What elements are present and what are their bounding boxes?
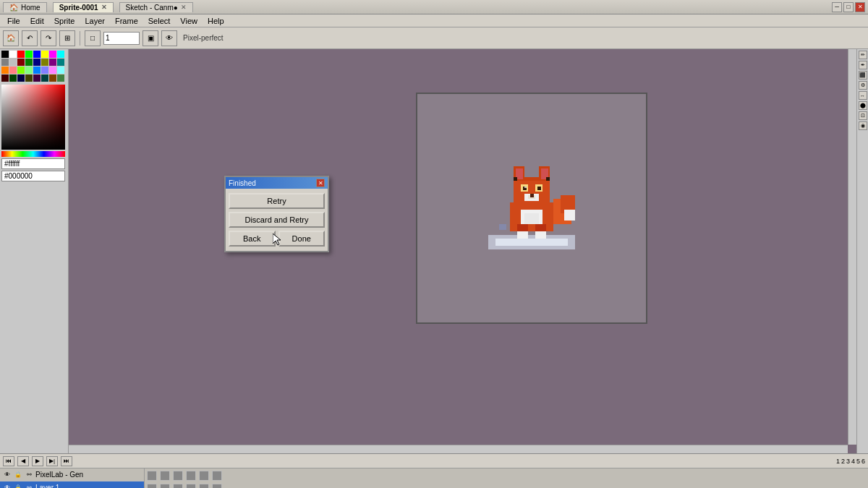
tab-sketch-close[interactable]: ✕	[181, 4, 187, 11]
frame-cell-2-1[interactable]	[147, 484, 157, 488]
palette-cell-7[interactable]	[57, 51, 64, 58]
right-tool-7[interactable]: ⊡	[859, 111, 867, 120]
menu-edit[interactable]: Edit	[26, 16, 48, 26]
toolbar: 🏠 ↶ ↷ ⊞ □ ▣ 👁 Pixel-perfect	[0, 27, 868, 49]
back-button[interactable]: Back	[229, 231, 276, 247]
palette-cell-19[interactable]	[25, 67, 33, 74]
palette-cell-0[interactable]	[1, 51, 9, 58]
tab-sprite-close[interactable]: ✕	[101, 4, 107, 11]
toolbar-eye-btn[interactable]: 👁	[161, 30, 177, 46]
palette-cell-4[interactable]	[33, 51, 41, 58]
right-tool-8[interactable]: ◉	[859, 121, 867, 130]
palette-cell-22[interactable]	[49, 67, 56, 74]
frame-cell-2-3[interactable]	[173, 484, 183, 488]
palette-cell-29[interactable]	[41, 74, 48, 82]
palette-cell-15[interactable]	[57, 59, 64, 66]
frame-cell-2-5[interactable]	[199, 484, 209, 488]
palette-cell-12[interactable]	[33, 59, 41, 66]
toolbar-grid-btn[interactable]: ⊞	[59, 30, 75, 46]
layer2-eye-icon[interactable]: 👁	[3, 484, 12, 489]
hue-slider[interactable]	[1, 151, 65, 157]
palette-cell-6[interactable]	[49, 51, 56, 58]
frame-cell-1-2[interactable]	[160, 471, 170, 481]
palette-cell-10[interactable]	[17, 59, 25, 66]
menu-sprite[interactable]: Sprite	[50, 16, 80, 26]
retry-button[interactable]: Retry	[229, 193, 325, 209]
layer-eye-icon[interactable]: 👁	[3, 471, 12, 479]
menu-layer[interactable]: Layer	[80, 16, 109, 26]
frame-cell-1-3[interactable]	[173, 471, 183, 481]
right-tool-1[interactable]: ✏	[859, 51, 867, 59]
palette-cell-30[interactable]	[49, 74, 56, 82]
toolbar-redo-btn[interactable]: ↷	[41, 30, 56, 46]
palette-cell-1[interactable]	[9, 51, 17, 58]
menu-frame[interactable]: Frame	[111, 16, 142, 26]
palette-cell-24[interactable]	[1, 74, 9, 82]
layer-lock-icon[interactable]: 🔒	[14, 471, 22, 479]
right-tool-3[interactable]: ⬛	[859, 71, 867, 80]
menu-view[interactable]: View	[176, 16, 202, 26]
frame-cell-2-2[interactable]	[160, 484, 170, 488]
layer-row-2[interactable]: 👁 🔒 ⚯ Layer 1	[0, 481, 144, 488]
tab-home[interactable]: 🏠 Home	[3, 2, 47, 12]
palette-cell-16[interactable]	[1, 67, 9, 74]
layer-row-1[interactable]: 👁 🔒 ⚯ PixelLab - Gen	[0, 468, 144, 481]
palette-cell-13[interactable]	[41, 59, 48, 66]
layer2-link-icon[interactable]: ⚯	[25, 484, 33, 489]
palette-cell-31[interactable]	[57, 74, 64, 82]
right-tool-2[interactable]: ✒	[859, 61, 867, 69]
palette-cell-2[interactable]	[17, 51, 25, 58]
right-tool-4[interactable]: ⚙	[859, 81, 867, 90]
frame-cell-1-6[interactable]	[212, 471, 222, 481]
palette-cell-8[interactable]	[1, 59, 9, 66]
timeline-prev-btn[interactable]: ◀	[17, 456, 29, 466]
frame-cell-2-6[interactable]	[212, 484, 222, 488]
layer-link-icon[interactable]: ⚯	[25, 471, 33, 479]
layer2-lock-icon[interactable]: 🔒	[14, 484, 22, 489]
tab-sprite[interactable]: Sprite-0001 ✕	[53, 2, 114, 12]
palette-cell-14[interactable]	[49, 59, 56, 66]
dialog-close-button[interactable]: ✕	[316, 179, 325, 187]
tab-sketch[interactable]: Sketch - Canm● ✕	[119, 2, 193, 12]
toolbar-undo-btn[interactable]: ↶	[22, 30, 38, 46]
palette-cell-26[interactable]	[17, 74, 25, 82]
frame-cell-1-5[interactable]	[199, 471, 209, 481]
done-button[interactable]: Done	[278, 231, 326, 247]
palette-cell-21[interactable]	[41, 67, 48, 74]
palette-cell-25[interactable]	[9, 74, 17, 82]
timeline-play-btn[interactable]: ▶	[32, 456, 43, 466]
canvas-area[interactable]: Finished ✕ Retry Discard and Retry Back …	[69, 49, 856, 453]
palette-cell-3[interactable]	[25, 51, 33, 58]
right-tool-5[interactable]: ↔	[859, 91, 867, 100]
timeline-next-btn[interactable]: ▶|	[46, 456, 58, 466]
palette-cell-28[interactable]	[33, 74, 41, 82]
palette-cell-20[interactable]	[33, 67, 41, 74]
palette-cell-17[interactable]	[9, 67, 17, 74]
minimize-button[interactable]: ─	[832, 2, 842, 12]
frame-cell-1-4[interactable]	[186, 471, 196, 481]
palette-cell-27[interactable]	[25, 74, 33, 82]
color-picker[interactable]	[1, 85, 65, 150]
palette-cell-5[interactable]	[41, 51, 48, 58]
close-button[interactable]: ✕	[855, 2, 865, 12]
palette-cell-18[interactable]	[17, 67, 25, 74]
palette-cell-11[interactable]	[25, 59, 33, 66]
menu-select[interactable]: Select	[144, 16, 175, 26]
tool-size-input[interactable]	[103, 32, 140, 45]
timeline-first-btn[interactable]: ⏮	[3, 456, 14, 466]
palette-cell-23[interactable]	[57, 67, 64, 74]
frame-cell-2-4[interactable]	[186, 484, 196, 488]
horizontal-scrollbar[interactable]	[69, 445, 848, 453]
menu-file[interactable]: File	[3, 16, 25, 26]
palette-cell-9[interactable]	[9, 59, 17, 66]
maximize-button[interactable]: □	[843, 2, 854, 12]
menu-help[interactable]: Help	[203, 16, 229, 26]
vertical-scrollbar[interactable]	[848, 49, 856, 445]
toolbar-new-btn[interactable]: □	[85, 30, 101, 46]
timeline-last-btn[interactable]: ⏭	[61, 456, 72, 466]
frame-cell-1-1[interactable]	[147, 471, 157, 481]
right-tool-6[interactable]: ⬤	[859, 101, 867, 110]
toolbar-home-btn[interactable]: 🏠	[3, 30, 19, 46]
toolbar-color-btn[interactable]: ▣	[142, 30, 158, 46]
discard-retry-button[interactable]: Discard and Retry	[229, 212, 325, 228]
